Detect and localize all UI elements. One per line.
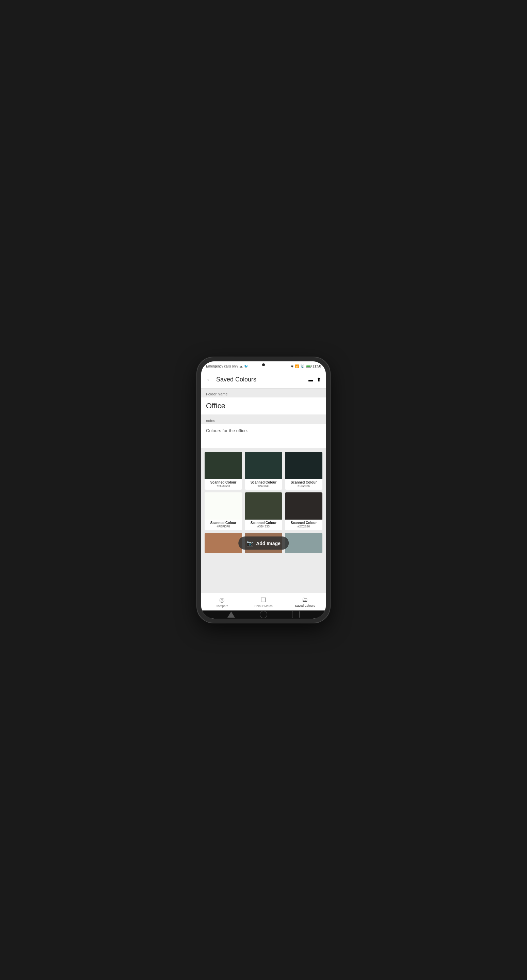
home-nav-button[interactable]: [260, 611, 267, 618]
color-name-1: Scanned Colour: [247, 480, 280, 484]
color-card-2[interactable]: Scanned Colour #1A2626: [285, 452, 322, 490]
partial-card-0[interactable]: [205, 533, 242, 553]
saved-colours-icon: 🗂: [302, 596, 308, 603]
back-nav-button[interactable]: [228, 611, 235, 617]
color-name-0: Scanned Colour: [207, 480, 240, 484]
app-header: ← Saved Colours ▬ ⬆: [201, 371, 326, 388]
color-name-5: Scanned Colour: [287, 521, 320, 525]
bluetooth-icon: ✱: [291, 364, 293, 368]
color-card-1[interactable]: Scanned Colour #243833: [245, 452, 282, 490]
cloud-icon: ☁: [239, 364, 243, 368]
notes-input[interactable]: Colours for the office.: [201, 424, 326, 448]
partial-card-2[interactable]: [285, 533, 322, 553]
color-swatch-2: [285, 452, 322, 479]
color-swatch-0: [205, 452, 242, 479]
share-icon[interactable]: ⬆: [317, 376, 321, 383]
status-right: ✱ 📶 📡 11:50: [291, 364, 321, 368]
nav-compare-label: Compare: [215, 605, 228, 608]
status-left: Emergency calls only ☁ 🐦: [206, 364, 248, 368]
bird-icon: 🐦: [244, 364, 248, 368]
wifi-icon: 📶: [295, 364, 299, 368]
color-hex-1: #243833: [247, 484, 280, 488]
nav-colour-match-label: Colour Match: [254, 605, 273, 608]
camera-icon: 📷: [247, 540, 253, 546]
time-display: 11:50: [312, 364, 321, 368]
bottom-nav: ◎ Compare ❑ Colour Match 🗂 Saved Colours: [201, 593, 326, 611]
notes-label: notes: [201, 415, 326, 424]
color-hex-2: #1A2626: [287, 484, 320, 488]
folder-name-input[interactable]: Office: [201, 398, 326, 414]
page-title: Saved Colours: [216, 376, 309, 383]
folder-name-label: Folder Name: [201, 388, 326, 398]
color-swatch-1: [245, 452, 282, 479]
color-card-0[interactable]: Scanned Colour #2C3A2D: [205, 452, 242, 490]
emergency-text: Emergency calls only: [206, 364, 238, 368]
color-card-5[interactable]: Scanned Colour #2C2826: [285, 492, 322, 530]
color-name-2: Scanned Colour: [287, 480, 320, 484]
color-name-4: Scanned Colour: [247, 521, 280, 525]
add-image-label: Add Image: [256, 540, 280, 546]
back-button[interactable]: ←: [206, 375, 213, 383]
nav-compare[interactable]: ◎ Compare: [201, 593, 243, 611]
colour-match-icon: ❑: [261, 596, 266, 604]
header-icons: ▬ ⬆: [309, 376, 321, 383]
color-swatch-3: [205, 492, 242, 520]
add-image-section: 📷 Add Image: [205, 533, 322, 553]
color-swatch-4: [245, 492, 282, 520]
color-hex-4: #3B4333: [247, 525, 280, 528]
recents-nav-button[interactable]: [292, 611, 299, 618]
nav-saved-colours[interactable]: 🗂 Saved Colours: [284, 593, 326, 611]
color-hex-3: #FBFDF8: [207, 525, 240, 528]
nav-colour-match[interactable]: ❑ Colour Match: [243, 593, 284, 611]
phone-frame: Emergency calls only ☁ 🐦 ✱ 📶 📡 11:50 ← S…: [197, 357, 330, 623]
color-grid-section: Scanned Colour #2C3A2D Scanned Colour #2…: [201, 449, 326, 553]
battery-icon: [306, 365, 311, 368]
phone-screen: Emergency calls only ☁ 🐦 ✱ 📶 📡 11:50 ← S…: [201, 361, 326, 619]
color-hex-5: #2C2826: [287, 525, 320, 528]
color-card-3[interactable]: Scanned Colour #FBFDF8: [205, 492, 242, 530]
signal-icon: 📡: [300, 364, 304, 368]
color-name-3: Scanned Colour: [207, 521, 240, 525]
color-grid-row2: Scanned Colour #FBFDF8 Scanned Colour #3…: [205, 492, 322, 530]
add-image-button[interactable]: 📷 Add Image: [238, 537, 289, 550]
nav-saved-colours-label: Saved Colours: [295, 604, 315, 608]
status-bar: Emergency calls only ☁ 🐦 ✱ 📶 📡 11:50: [201, 361, 326, 371]
scroll-content[interactable]: Folder Name Office notes Colours for the…: [201, 388, 326, 593]
color-grid-row1: Scanned Colour #2C3A2D Scanned Colour #2…: [205, 452, 322, 490]
camera-dot: [262, 363, 265, 366]
color-swatch-5: [285, 492, 322, 520]
home-indicator: [201, 611, 326, 619]
color-hex-0: #2C3A2D: [207, 484, 240, 488]
image-icon: ▬: [309, 377, 313, 382]
compare-icon: ◎: [219, 596, 225, 604]
color-card-4[interactable]: Scanned Colour #3B4333: [245, 492, 282, 530]
